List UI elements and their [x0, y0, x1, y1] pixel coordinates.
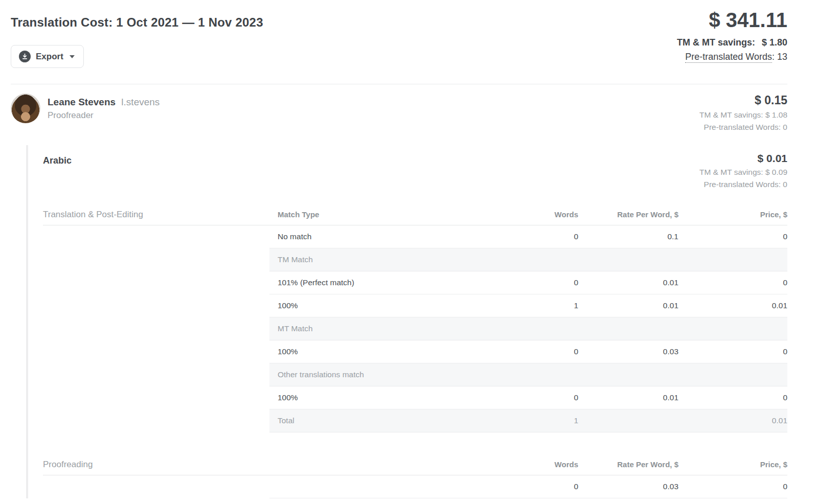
table-body: 00.030 — [269, 475, 787, 498]
language-pretranslated: Pre-translated Words: 0 — [699, 180, 787, 189]
table-row: 00.030 — [269, 475, 787, 498]
price-cell: 0 — [678, 278, 787, 287]
words-cell: 0 — [478, 393, 578, 402]
group-header-row: Other translations match — [269, 363, 787, 386]
match-type-cell: 101% (Perfect match) — [269, 278, 478, 287]
translation-post-editing-table: Translation & Post-Editing Match Type Wo… — [43, 204, 787, 432]
match-type-cell: 100% — [269, 347, 478, 356]
table-row: 100%00.030 — [269, 340, 787, 363]
tm-mt-savings-label: TM & MT savings: — [677, 37, 755, 48]
group-label: MT Match — [269, 324, 787, 333]
match-type-cell: No match — [269, 232, 478, 241]
rate-cell: 0.01 — [578, 301, 678, 310]
tm-mt-savings-value: $ 1.80 — [762, 37, 787, 48]
language-name: Arabic — [43, 152, 72, 166]
language-header: Arabic $ 0.01 TM & MT savings: $ 0.09 Pr… — [43, 145, 787, 189]
table-row: 100%10.010.01 — [269, 294, 787, 317]
group-label: Other translations match — [269, 370, 787, 379]
section-label: Proofreading — [43, 460, 269, 470]
report-header: Translation Cost: 1 Oct 2021 — 1 Nov 202… — [11, 0, 787, 84]
words-cell: 1 — [478, 301, 578, 310]
group-header-row: TM Match — [269, 248, 787, 271]
price-cell: 0 — [678, 232, 787, 241]
rate-cell: 0.03 — [578, 482, 678, 491]
language-totals: $ 0.01 TM & MT savings: $ 0.09 Pre-trans… — [699, 152, 787, 189]
price-cell: 0 — [678, 393, 787, 402]
export-button[interactable]: Export — [11, 45, 84, 68]
user-name: Leane Stevens — [48, 97, 116, 107]
match-type-cell: 100% — [269, 393, 478, 402]
group-header-row: MT Match — [269, 317, 787, 340]
download-icon — [19, 51, 31, 62]
column-header-price: Price, $ — [678, 460, 787, 469]
words-cell: 0 — [478, 232, 578, 241]
words-cell: 0 — [478, 347, 578, 356]
grand-total: $ 341.11 — [677, 7, 787, 33]
table-row: 100%00.010 — [269, 386, 787, 409]
words-cell: 1 — [478, 416, 578, 425]
words-cell: 0 — [478, 482, 578, 491]
price-cell: 0.01 — [678, 416, 787, 425]
pretranslated-words-value: : 13 — [772, 52, 787, 62]
column-header-match-type: Match Type — [269, 210, 478, 219]
group-label: TM Match — [269, 255, 787, 264]
match-type-cell: Total — [269, 416, 478, 425]
tm-mt-savings-line: TM & MT savings: $ 1.80 — [677, 37, 787, 48]
pretranslated-words-label[interactable]: Pre-translated Words — [685, 52, 772, 63]
language-total: $ 0.01 — [699, 152, 787, 165]
language-section-arabic: Arabic $ 0.01 TM & MT savings: $ 0.09 Pr… — [26, 145, 787, 498]
table-row: No match00.10 — [269, 225, 787, 248]
avatar — [11, 94, 40, 123]
price-cell: 0 — [678, 482, 787, 491]
words-cell: 0 — [478, 278, 578, 287]
user-login: l.stevens — [121, 97, 160, 107]
pretranslated-words-line: Pre-translated Words: 13 — [677, 52, 787, 62]
section-label: Translation & Post-Editing — [43, 210, 269, 220]
table-body: No match00.10TM Match101% (Perfect match… — [269, 225, 787, 432]
chevron-down-icon — [70, 55, 75, 58]
column-header-rate: Rate Per Word, $ — [578, 460, 678, 469]
user-total: $ 0.15 — [699, 94, 787, 107]
table-header-row: Proofreading Words Rate Per Word, $ Pric… — [43, 454, 787, 475]
table-header-row: Translation & Post-Editing Match Type Wo… — [43, 204, 787, 225]
page-title: Translation Cost: 1 Oct 2021 — 1 Nov 202… — [11, 0, 787, 30]
translation-cost-report: Translation Cost: 1 Oct 2021 — 1 Nov 202… — [0, 0, 818, 498]
export-button-label: Export — [36, 52, 63, 62]
user-totals: $ 0.15 TM & MT savings: $ 1.08 Pre-trans… — [699, 94, 787, 132]
price-cell: 0.01 — [678, 301, 787, 310]
language-savings: TM & MT savings: $ 0.09 — [699, 168, 787, 177]
rate-cell: 0.03 — [578, 347, 678, 356]
column-header-rate: Rate Per Word, $ — [578, 210, 678, 219]
user-info: Leane Stevens l.stevens Proofreader — [48, 94, 160, 121]
rate-cell: 0.01 — [578, 278, 678, 287]
proofreading-table: Proofreading Words Rate Per Word, $ Pric… — [43, 454, 787, 498]
user-role: Proofreader — [48, 110, 160, 121]
total-row: Total10.01 — [269, 409, 787, 432]
rate-cell: 0.1 — [578, 232, 678, 241]
user-pretranslated: Pre-translated Words: 0 — [699, 123, 787, 132]
column-header-price: Price, $ — [678, 210, 787, 219]
match-type-cell: 100% — [269, 301, 478, 310]
price-cell: 0 — [678, 347, 787, 356]
header-divider — [11, 84, 787, 84]
report-totals: $ 341.11 TM & MT savings: $ 1.80 Pre-tra… — [677, 7, 787, 62]
table-row: 101% (Perfect match)00.010 — [269, 271, 787, 294]
column-header-words: Words — [478, 210, 578, 219]
rate-cell: 0.01 — [578, 393, 678, 402]
column-header-words: Words — [478, 460, 578, 469]
user-savings: TM & MT savings: $ 1.08 — [699, 110, 787, 120]
user-row: Leane Stevens l.stevens Proofreader $ 0.… — [11, 84, 787, 138]
